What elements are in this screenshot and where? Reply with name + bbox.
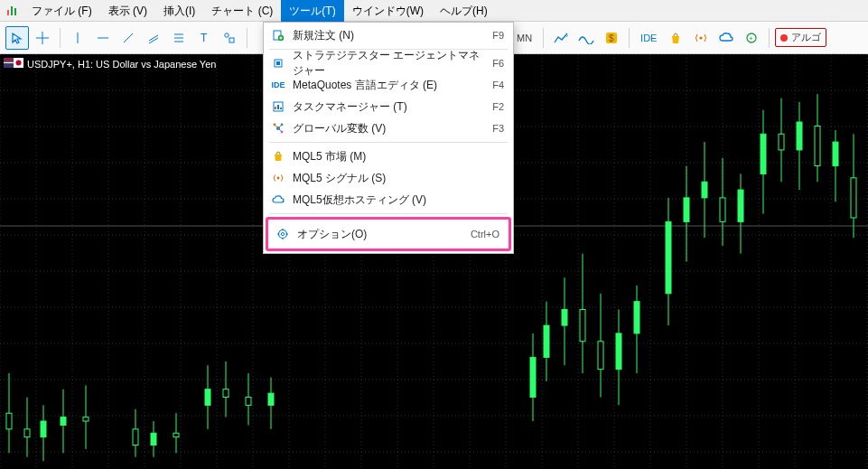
stop-icon — [780, 34, 788, 42]
text-tool[interactable]: T — [192, 26, 216, 50]
dollar-icon[interactable]: $ — [600, 26, 623, 50]
chart-title-bar: USDJPY+, H1: US Dollar vs Japanese Yen — [4, 58, 216, 70]
svg-rect-104 — [173, 433, 179, 436]
svg-rect-2 — [14, 8, 16, 15]
svg-rect-120 — [580, 309, 585, 341]
svg-rect-122 — [598, 342, 603, 370]
trendline-tool[interactable] — [117, 26, 140, 50]
svg-line-36 — [278, 125, 282, 128]
menu-item-shortcut: F4 — [492, 80, 504, 90]
menu-strategy-tester[interactable]: ストラテジテスター エージェントマネジャー F6 — [264, 52, 513, 74]
tools-dropdown: 新規注文 (N) F9 ストラテジテスター エージェントマネジャー F6 IDE… — [263, 22, 514, 254]
line-chart-icon[interactable] — [549, 26, 573, 50]
svg-rect-0 — [11, 6, 13, 15]
menu-help[interactable]: ヘルプ(H) — [432, 0, 496, 22]
signal-icon — [271, 171, 285, 185]
svg-rect-132 — [702, 182, 707, 198]
menu-item-label: MQL5仮想ホスティング (V) — [293, 192, 497, 208]
svg-point-39 — [279, 230, 287, 239]
menu-item-label: グローバル変数 (V) — [293, 121, 485, 136]
svg-rect-46 — [4, 58, 14, 59]
svg-rect-140 — [779, 134, 784, 150]
menu-new-order[interactable]: 新規注文 (N) F9 — [264, 24, 513, 46]
svg-point-38 — [277, 177, 280, 180]
app-icon — [4, 3, 20, 19]
svg-line-37 — [278, 128, 282, 132]
menu-mql5-market[interactable]: MQL5 市場 (M) — [264, 145, 513, 167]
channel-tool[interactable] — [142, 26, 165, 50]
svg-rect-96 — [61, 417, 66, 426]
svg-rect-130 — [684, 198, 689, 221]
svg-rect-126 — [634, 302, 639, 333]
cursor-tool[interactable] — [5, 26, 29, 50]
menu-window[interactable]: ウインドウ(W) — [344, 0, 432, 22]
algo-trading-toggle[interactable]: アルゴ — [775, 28, 826, 47]
cloud-hosting-icon[interactable] — [714, 26, 738, 50]
svg-rect-98 — [83, 417, 89, 421]
svg-rect-94 — [41, 421, 46, 437]
menu-separator — [269, 213, 508, 214]
menu-separator — [269, 142, 508, 143]
ide-button[interactable]: IDE — [635, 33, 662, 43]
svg-line-35 — [275, 125, 278, 128]
svg-rect-100 — [133, 429, 138, 446]
svg-point-14 — [225, 33, 229, 36]
svg-rect-48 — [4, 62, 14, 63]
menu-tools[interactable]: ツール(T) — [281, 0, 343, 22]
svg-line-9 — [149, 38, 158, 43]
vps-sync-icon[interactable]: + — [740, 26, 763, 50]
menu-options[interactable]: オプション(O) Ctrl+O — [268, 222, 509, 246]
menu-global-vars[interactable]: グローバル変数 (V) F3 — [264, 117, 513, 139]
menu-mql5-hosting[interactable]: MQL5仮想ホスティング (V) — [264, 189, 513, 211]
svg-rect-110 — [246, 398, 251, 406]
crosshair-tool[interactable] — [31, 26, 54, 50]
menu-chart[interactable]: チャート (C) — [203, 0, 281, 22]
toolbar-separator — [769, 28, 770, 48]
vline-tool[interactable] — [66, 26, 89, 50]
menubar: ファイル (F) 表示 (V) 挿入(I) チャート (C) ツール(T) ウイ… — [0, 0, 868, 22]
svg-rect-138 — [761, 134, 766, 174]
chart-symbol-label: USDJPY+, H1: US Dollar vs Japanese Yen — [27, 59, 216, 70]
svg-rect-15 — [229, 38, 234, 42]
menu-metaeditor[interactable]: IDE MetaQuotes 言語エディタ (E) F4 — [264, 74, 513, 96]
menu-view[interactable]: 表示 (V) — [100, 0, 155, 22]
svg-text:T: T — [201, 32, 208, 44]
svg-text:+: + — [749, 34, 753, 42]
svg-rect-26 — [276, 61, 280, 65]
svg-point-40 — [281, 232, 284, 235]
svg-rect-118 — [562, 309, 567, 325]
svg-line-8 — [149, 35, 158, 41]
market-bag-icon[interactable] — [664, 26, 687, 50]
svg-rect-146 — [833, 142, 838, 165]
menu-item-label: MetaQuotes 言語エディタ (E) — [293, 78, 485, 93]
menu-item-label: タスクマネージャー (T) — [293, 99, 485, 115]
gear-icon — [275, 227, 290, 241]
algo-label: アルゴ — [791, 31, 821, 44]
svg-text:$: $ — [609, 33, 614, 43]
menu-insert[interactable]: 挿入(I) — [155, 0, 203, 22]
menu-item-label: MQL5 シグナル (S) — [293, 171, 497, 186]
cloud-icon — [271, 192, 285, 207]
indicator-icon[interactable] — [574, 26, 598, 50]
timeframe-mn[interactable]: MN — [511, 33, 537, 43]
menu-item-label: オプション(O) — [297, 227, 463, 242]
menu-mql5-signals[interactable]: MQL5 シグナル (S) — [264, 167, 513, 189]
globe-icon — [271, 121, 285, 136]
menu-item-shortcut: F3 — [492, 123, 504, 134]
svg-rect-102 — [151, 433, 156, 445]
fibo-tool[interactable] — [167, 26, 191, 50]
svg-rect-116 — [544, 325, 549, 357]
menu-file[interactable]: ファイル (F) — [23, 0, 100, 22]
svg-rect-114 — [530, 357, 536, 397]
svg-rect-144 — [815, 126, 820, 165]
objects-tool[interactable] — [218, 26, 241, 50]
tasks-icon — [271, 99, 285, 114]
menu-task-manager[interactable]: タスクマネージャー (T) F2 — [264, 96, 513, 117]
menu-highlight: オプション(O) Ctrl+O — [266, 217, 511, 251]
bag-icon — [271, 149, 285, 164]
menu-item-label: 新規注文 (N) — [293, 28, 485, 43]
hline-tool[interactable] — [91, 26, 115, 50]
svg-line-7 — [124, 33, 133, 42]
svg-rect-47 — [4, 60, 14, 61]
signal-broadcast-icon[interactable] — [689, 26, 713, 50]
